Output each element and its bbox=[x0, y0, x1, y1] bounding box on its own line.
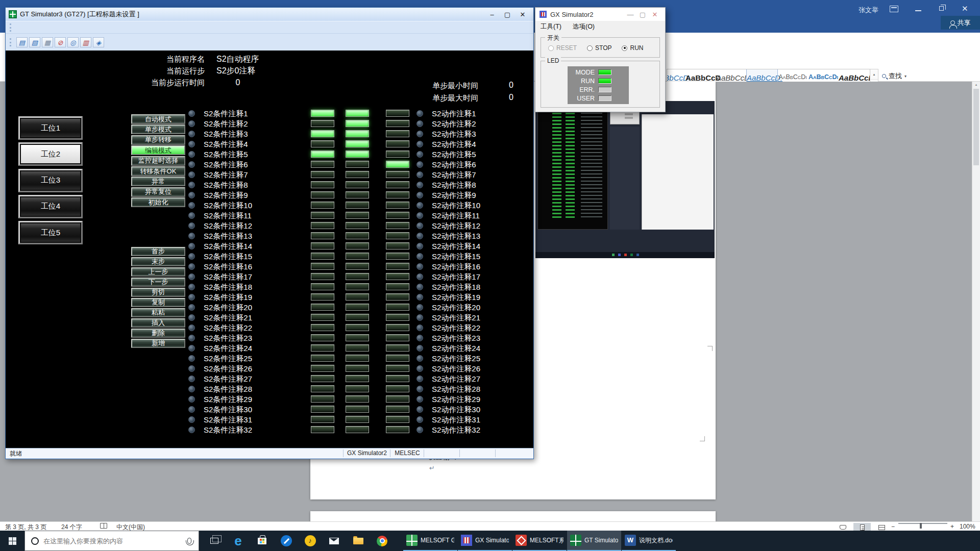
action-set-led bbox=[386, 324, 409, 331]
gx-menu-options[interactable]: 选项(O) bbox=[573, 22, 595, 31]
chrome-icon[interactable] bbox=[370, 531, 394, 551]
edge-icon[interactable] bbox=[226, 531, 250, 551]
gt-titlebar[interactable]: GT Simulator3 (GT27) [工程标题未设置 ] – ▢ ✕ bbox=[6, 8, 533, 21]
word-restore-icon[interactable] bbox=[939, 6, 944, 11]
led-indicator bbox=[598, 78, 611, 84]
step-row: S2条件注释8 S2动作注释8 bbox=[6, 180, 533, 190]
action-led-dot bbox=[416, 304, 423, 311]
led-indicator bbox=[598, 95, 611, 101]
switch-radio[interactable]: RUN bbox=[622, 44, 643, 52]
gt-minimize-button[interactable]: – bbox=[484, 11, 500, 18]
project-open-icon[interactable] bbox=[16, 37, 28, 47]
max-time-label: 单步最大时间 bbox=[432, 93, 488, 103]
action-label: S2动作注释25 bbox=[432, 354, 480, 364]
embedded-screenshot-image[interactable] bbox=[535, 101, 715, 258]
gx-minimize-button[interactable]: — bbox=[624, 11, 636, 18]
taskbar-button[interactable]: MELSOFT GT Des... bbox=[403, 531, 457, 551]
condition-label: S2条件注释17 bbox=[204, 272, 252, 282]
mail-icon[interactable] bbox=[322, 531, 346, 551]
start-button[interactable] bbox=[0, 531, 24, 551]
switch-radio[interactable]: STOP bbox=[587, 44, 611, 52]
action-label: S2动作注释6 bbox=[432, 160, 476, 170]
condition-led-dot bbox=[188, 314, 195, 321]
step-row: S2条件注释7 S2动作注释7 bbox=[6, 170, 533, 180]
task-view-icon[interactable] bbox=[202, 531, 226, 551]
zoom-out-button[interactable]: − bbox=[891, 523, 895, 530]
action-label: S2动作注释16 bbox=[432, 262, 480, 272]
taskbar-button[interactable]: 说明文档.docx - ... bbox=[622, 531, 676, 551]
music-icon[interactable] bbox=[298, 531, 322, 551]
condition-led-dot bbox=[188, 294, 195, 300]
document-page[interactable] bbox=[310, 511, 716, 521]
step-row: S2条件注释4 S2动作注释4 bbox=[6, 139, 533, 149]
screen-open-icon[interactable] bbox=[29, 37, 40, 47]
save-icon[interactable] bbox=[42, 37, 53, 47]
action-led-dot bbox=[416, 161, 423, 168]
taskbar-button[interactable]: GT Simulator3 (G... bbox=[567, 531, 621, 551]
condition-led-dot bbox=[188, 386, 195, 392]
gallery-up-icon[interactable]: ▲ bbox=[870, 69, 878, 80]
word-minimize-icon[interactable] bbox=[915, 10, 921, 11]
gx-maximize-button[interactable]: ▢ bbox=[636, 11, 649, 18]
gt-status-ready: 就绪 bbox=[10, 449, 22, 458]
ribbon-display-options-icon[interactable] bbox=[890, 6, 898, 12]
scrollbar-thumb[interactable] bbox=[973, 89, 979, 165]
search-input[interactable] bbox=[43, 537, 187, 545]
action-set-led bbox=[386, 355, 409, 362]
step-row: S2条件注释21 S2动作注释21 bbox=[6, 313, 533, 323]
switch-radio[interactable]: RESET bbox=[548, 44, 577, 52]
action-set-led bbox=[386, 140, 409, 147]
led-panel: MODE RUN ERR. USER bbox=[568, 66, 629, 104]
condition-set-led bbox=[311, 304, 334, 311]
document-scrollbar[interactable]: ▲ bbox=[972, 82, 980, 521]
find-button[interactable]: 查找 ▾ bbox=[882, 70, 906, 82]
condition-label: S2条件注释2 bbox=[204, 119, 248, 129]
proofing-icon[interactable] bbox=[100, 523, 107, 529]
word-close-icon[interactable]: ✕ bbox=[962, 4, 968, 13]
device-monitor-icon[interactable] bbox=[67, 37, 79, 47]
gx-menu-tools[interactable]: 工具(T) bbox=[541, 22, 561, 31]
share-button[interactable]: 共享 bbox=[941, 16, 980, 30]
action-led-dot bbox=[416, 182, 423, 188]
action-label: S2动作注释29 bbox=[432, 394, 480, 405]
script-icon[interactable] bbox=[80, 37, 91, 47]
mini-window bbox=[610, 127, 640, 230]
action-label: S2动作注释24 bbox=[432, 343, 480, 354]
condition-active-led bbox=[346, 344, 369, 352]
condition-label: S2条件注释3 bbox=[204, 129, 248, 139]
action-set-led bbox=[386, 304, 409, 311]
simulate-stop-icon[interactable] bbox=[55, 37, 66, 47]
zoom-level[interactable]: 100% bbox=[960, 523, 975, 530]
tool-icon[interactable] bbox=[274, 531, 298, 551]
action-set-led bbox=[386, 222, 409, 229]
action-label: S2动作注释5 bbox=[432, 149, 476, 160]
action-label: S2动作注释22 bbox=[432, 323, 480, 333]
gx-close-button[interactable]: ✕ bbox=[649, 11, 661, 18]
scroll-up-icon[interactable]: ▲ bbox=[972, 82, 980, 88]
gt-close-button[interactable]: ✕ bbox=[515, 11, 530, 18]
zoom-in-button[interactable]: + bbox=[950, 523, 954, 530]
taskbar-button[interactable]: GX Simulator2 bbox=[458, 531, 512, 551]
step-row: S2条件注释2 S2动作注释2 bbox=[6, 119, 533, 129]
option-icon[interactable] bbox=[93, 37, 104, 47]
microphone-icon[interactable] bbox=[187, 538, 191, 544]
condition-label: S2条件注释6 bbox=[204, 160, 248, 170]
file-explorer-icon[interactable] bbox=[346, 531, 370, 551]
zoom-slider-thumb[interactable] bbox=[920, 523, 922, 529]
find-dropdown-icon[interactable]: ▾ bbox=[904, 74, 906, 79]
action-led-dot bbox=[416, 151, 423, 158]
condition-label: S2条件注释21 bbox=[204, 313, 252, 323]
gx-simulator-window: GX Simulator2 — ▢ ✕ 工具(T) 选项(O) 开关 RESET… bbox=[535, 7, 666, 112]
mini-word-page bbox=[642, 114, 714, 230]
taskbar-button[interactable]: MELSOFT系列 GX... bbox=[512, 531, 567, 551]
zoom-slider-track[interactable] bbox=[898, 523, 947, 524]
condition-led-dot bbox=[188, 110, 195, 117]
condition-label: S2条件注释26 bbox=[204, 364, 252, 374]
condition-set-led bbox=[311, 263, 334, 270]
store-icon[interactable] bbox=[250, 531, 274, 551]
condition-set-led bbox=[311, 110, 334, 117]
action-label: S2动作注释11 bbox=[432, 211, 480, 221]
taskbar-search[interactable] bbox=[24, 531, 199, 551]
gx-titlebar[interactable]: GX Simulator2 — ▢ ✕ bbox=[535, 8, 665, 21]
gt-maximize-button[interactable]: ▢ bbox=[500, 11, 515, 18]
